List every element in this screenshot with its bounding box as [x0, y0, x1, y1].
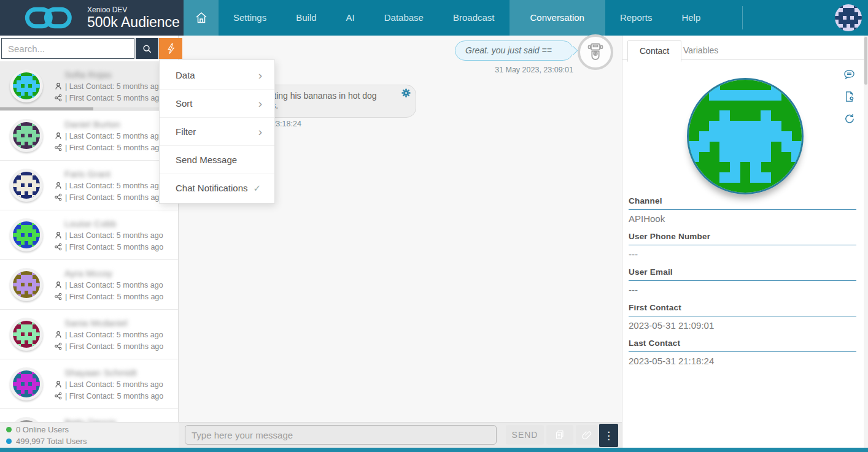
refresh-icon[interactable] — [843, 113, 855, 124]
brand-block: Xenioo DEV 500k Audience Testi… — [0, 0, 184, 36]
submenu-chevron-icon: › — [258, 61, 262, 89]
nav-item-database[interactable]: Database — [370, 0, 438, 36]
sidebar-footer: 0 Online Users 499,997 Total Users — [0, 422, 179, 448]
menu-item-chat-notifications[interactable]: Chat Notifications✓ — [160, 174, 274, 202]
nav-item-home[interactable] — [184, 0, 219, 36]
nav-item-build[interactable]: Build — [281, 0, 331, 36]
contact-field-user-phone-number: User Phone Number --- — [629, 232, 856, 261]
share-nodes-icon — [54, 391, 63, 400]
search-icon — [141, 43, 153, 55]
user-message-text: ...eating his bananas in hot dog buns. — [257, 91, 377, 110]
vertical-scrollbar[interactable] — [864, 36, 868, 452]
menu-item-filter[interactable]: Filter › — [160, 118, 274, 146]
workspace-title: 500k Audience Testi… — [87, 14, 184, 30]
app-label: Xenioo DEV — [87, 6, 184, 14]
share-nodes-icon — [54, 242, 63, 251]
bot-avatar — [578, 34, 613, 70]
person-icon — [54, 231, 63, 240]
contact-last-contact: | Last Contact: 5 months ago — [54, 380, 163, 389]
total-users-label: 499,997 Total Users — [16, 437, 87, 446]
tab-contact[interactable]: Contact — [627, 40, 681, 62]
send-button[interactable]: SEND — [506, 425, 544, 445]
field-underline — [629, 316, 856, 316]
field-value: APIHook — [629, 213, 856, 226]
contact-avatar-ring — [10, 169, 43, 202]
online-dot-icon — [6, 427, 12, 432]
contact-list-item[interactable]: Daniel Burton | Last Contact: 5 months a… — [0, 111, 178, 161]
bot-message-bubble: Great. you just said == — [455, 40, 573, 61]
contact-name: Shayaan Schmidt — [64, 367, 137, 378]
contact-name: Sofia Rojas — [64, 69, 112, 80]
contact-first-contact: | First Contact: 5 months ago — [54, 143, 163, 152]
share-nodes-icon — [54, 342, 63, 351]
total-dot-icon — [6, 439, 12, 444]
app-window: Xenioo DEV 500k Audience Testi… Settings… — [0, 0, 868, 452]
user-avatar[interactable] — [835, 4, 862, 31]
menu-item-sort[interactable]: Sort › — [160, 90, 274, 118]
person-icon — [54, 82, 63, 91]
quick-actions-menu: Data › Sort › Filter › Send Message Chat… — [159, 59, 275, 204]
message-input[interactable] — [185, 425, 497, 445]
contact-last-contact: | Last Contact: 5 months ago — [54, 330, 163, 339]
contact-field-channel: Channel APIHook — [629, 196, 856, 226]
field-underline — [629, 209, 856, 210]
chat-transcript-icon[interactable] — [843, 69, 855, 80]
menu-item-send-message[interactable]: Send Message — [160, 146, 274, 174]
lightning-bolt-icon — [166, 42, 176, 55]
search-button[interactable] — [136, 38, 158, 59]
contact-avatar — [13, 321, 40, 348]
field-label: First Contact — [629, 303, 856, 313]
nav-item-ai[interactable]: AI — [331, 0, 370, 36]
field-value: 2023-05-31 21:18:24 — [629, 356, 856, 368]
contact-list-item[interactable]: Ayra Mccoy | Last Contact: 5 months ago … — [0, 260, 178, 310]
export-settings-icon[interactable] — [843, 91, 855, 102]
contact-avatar-ring — [10, 69, 43, 102]
contact-field-user-email: User Email --- — [629, 267, 856, 297]
share-nodes-icon — [54, 93, 63, 102]
message-composer: SEND ⋮ — [179, 422, 622, 448]
home-icon — [194, 10, 209, 25]
panel-tab-bar: Contact Variables — [622, 40, 864, 60]
contact-field-first-contact: First Contact 2023-05-31 21:09:01 — [629, 303, 856, 332]
contact-list-item[interactable]: Faris Grant | Last Contact: 5 months ago… — [0, 161, 178, 210]
quick-actions-button[interactable] — [159, 38, 182, 59]
contact-list-item[interactable]: Sofia Rojas | Last Contact: 5 months ago… — [0, 61, 178, 111]
attachment-button[interactable] — [576, 425, 598, 445]
check-icon: ✓ — [254, 183, 262, 193]
contact-avatar-ring — [10, 367, 43, 400]
contact-list-item[interactable]: Louise Cobb | Last Contact: 5 months ago… — [0, 210, 178, 260]
contact-first-contact: | First Contact: 5 months ago — [54, 292, 163, 301]
nav-item-reports[interactable]: Reports — [605, 0, 667, 36]
menu-item-data[interactable]: Data › — [160, 61, 274, 90]
paperclip-icon — [581, 429, 593, 441]
horizontal-scrollbar[interactable] — [0, 107, 178, 110]
composer-more-button[interactable]: ⋮ — [599, 424, 618, 447]
message-gear-icon[interactable] — [401, 88, 411, 98]
horizontal-scrollbar-thumb[interactable] — [0, 107, 93, 110]
nav-item-broadcast[interactable]: Broadcast — [438, 0, 510, 36]
nav-item-conversation[interactable]: Conversation — [510, 0, 605, 36]
contact-name: Sania Mcdaniel — [64, 318, 128, 328]
nav-item-help[interactable]: Help — [667, 0, 715, 36]
contact-avatar — [13, 370, 40, 397]
vertical-scrollbar-thumb[interactable] — [864, 37, 867, 85]
total-users-line: 499,997 Total Users — [6, 437, 179, 446]
search-input[interactable] — [1, 38, 134, 59]
person-icon — [54, 330, 63, 339]
contact-avatar — [13, 172, 40, 199]
nav-item-settings[interactable]: Settings — [219, 0, 281, 36]
contact-list-item[interactable]: Sania Mcdaniel | Last Contact: 5 months … — [0, 310, 178, 359]
share-nodes-icon — [54, 292, 63, 301]
contact-list-item[interactable]: Shayaan Schmidt | Last Contact: 5 months… — [0, 359, 178, 409]
share-nodes-icon — [54, 193, 63, 202]
contact-last-contact: | Last Contact: 5 months ago — [54, 82, 163, 91]
nav-divider — [742, 6, 743, 29]
contact-name: Louise Cobb — [64, 218, 116, 229]
contact-name: Ayra Mccoy — [64, 268, 112, 278]
contact-last-contact: | Last Contact: 5 months ago — [54, 181, 163, 190]
contact-fields: Channel APIHook User Phone Number --- Us… — [629, 196, 856, 374]
attach-file-button[interactable] — [546, 425, 573, 445]
contact-first-contact: | First Contact: 5 months ago — [54, 391, 163, 400]
kebab-icon: ⋮ — [603, 429, 614, 442]
robot-icon — [585, 42, 606, 63]
